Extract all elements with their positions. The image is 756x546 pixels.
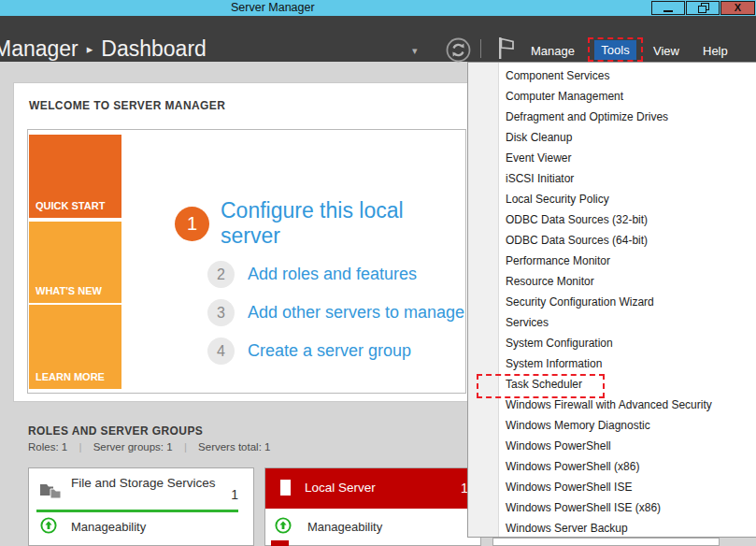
stat-divider: | xyxy=(78,441,81,453)
window-title: Server Manager xyxy=(231,1,315,14)
tools-menu-item[interactable]: iSCSI Initiator xyxy=(468,168,756,189)
titlebar: Server Manager X xyxy=(0,0,756,16)
welcome-tile: QUICK START WHAT'S NEW LEARN MORE 1 Conf… xyxy=(27,129,466,394)
tools-menu-item[interactable]: Windows Server Backup xyxy=(468,518,756,539)
notifications-flag-icon[interactable] xyxy=(495,36,516,65)
manageability-row[interactable]: Manageability xyxy=(307,520,382,534)
tools-menu-item[interactable]: Windows Firewall with Advanced Security xyxy=(468,395,756,415)
tools-menu-item[interactable]: Disk Cleanup xyxy=(468,127,756,148)
menu-manage[interactable]: Manage xyxy=(531,41,575,61)
tools-menu-item[interactable]: Services xyxy=(468,312,756,333)
tile-fragment xyxy=(492,538,720,546)
tools-menu-item[interactable]: Resource Monitor xyxy=(468,271,756,292)
tools-menu-item[interactable]: Windows PowerShell ISE (x86) xyxy=(468,497,756,518)
tools-menu-item[interactable]: Windows Memory Diagnostic xyxy=(468,415,756,436)
breadcrumb-root[interactable]: Manager xyxy=(0,36,78,61)
breadcrumb-current[interactable]: Dashboard xyxy=(101,36,207,61)
tools-menu-item[interactable]: System Information xyxy=(468,353,756,374)
tile-status-underline xyxy=(36,510,238,512)
stat-servers-label: Servers total: xyxy=(198,441,262,453)
stat-servers-value: 1 xyxy=(264,441,270,453)
menu-help[interactable]: Help xyxy=(703,41,728,61)
close-button[interactable]: X xyxy=(720,1,755,15)
tab-quick-start-label: QUICK START xyxy=(36,200,105,211)
tab-learn-more[interactable]: LEARN MORE xyxy=(29,305,121,389)
tab-learn-more-label: LEARN MORE xyxy=(36,371,105,382)
status-up-icon xyxy=(275,517,292,538)
tools-menu-item[interactable]: Component Services xyxy=(468,65,756,86)
status-up-icon xyxy=(40,517,57,538)
tools-menu-item[interactable]: Windows PowerShell (x86) xyxy=(468,456,756,477)
breadcrumb: Manager▸Dashboard xyxy=(0,36,207,62)
tools-menu-item[interactable]: Performance Monitor xyxy=(468,251,756,271)
tools-menu-item[interactable]: System Configuration xyxy=(468,333,756,353)
roles-stats: Roles: 1 | Server groups: 1 | Servers to… xyxy=(28,441,270,453)
step-2-link[interactable]: Add roles and features xyxy=(248,265,417,284)
tile-local-server[interactable]: Local Server 1 Manageability xyxy=(264,467,481,546)
tab-whats-new[interactable]: WHAT'S NEW xyxy=(29,222,121,303)
step-2-badge: 2 xyxy=(207,261,235,288)
step-1-badge: 1 xyxy=(175,207,209,241)
tile-count: 1 xyxy=(231,487,238,502)
roles-section-heading: ROLES AND SERVER GROUPS xyxy=(28,424,203,438)
welcome-heading: WELCOME TO SERVER MANAGER xyxy=(29,99,225,112)
folders-icon xyxy=(38,481,64,506)
stat-roles-value: 1 xyxy=(62,441,67,453)
local-server-header[interactable]: Local Server 1 xyxy=(265,468,480,509)
tools-dropdown-menu: Component Services Computer Management D… xyxy=(467,62,756,538)
navbar: Manager▸Dashboard ▾ Manage Tools View He… xyxy=(0,16,756,62)
tools-menu-list: Component Services Computer Management D… xyxy=(468,65,756,539)
tools-menu-item[interactable]: ODBC Data Sources (64-bit) xyxy=(468,230,756,251)
minimize-icon xyxy=(663,10,673,12)
step-1-link[interactable]: Configure this local server xyxy=(221,198,465,249)
tile-file-storage-services[interactable]: File and Storage Services 1 Manageabilit… xyxy=(28,467,254,546)
step-add-servers[interactable]: 3 Add other servers to manage xyxy=(207,299,464,326)
tools-menu-item[interactable]: Security Configuration Wizard xyxy=(468,292,756,312)
tools-menu-item[interactable]: ODBC Data Sources (32-bit) xyxy=(468,209,756,230)
stat-roles-label: Roles: xyxy=(28,441,59,453)
tools-menu-item[interactable]: Event Viewer xyxy=(468,148,756,168)
server-icon xyxy=(280,477,291,500)
close-icon: X xyxy=(735,2,741,14)
tools-menu-item[interactable]: Windows PowerShell xyxy=(468,436,756,456)
tile-title[interactable]: File and Storage Services xyxy=(71,475,221,493)
server-manager-window: Server Manager X Manager▸Dashboard ▾ xyxy=(0,0,756,546)
tools-menu-item[interactable]: Windows PowerShell ISE xyxy=(468,477,756,497)
step-3-link[interactable]: Add other servers to manage xyxy=(248,303,464,323)
menu-view[interactable]: View xyxy=(653,41,679,61)
tools-menu-item[interactable]: Task Scheduler xyxy=(468,374,756,395)
tools-menu-item[interactable]: Local Security Policy xyxy=(468,189,756,209)
tools-menu-item[interactable]: Computer Management xyxy=(468,86,756,107)
tools-menu-item[interactable]: Defragment and Optimize Drives xyxy=(468,107,756,127)
step-4-link[interactable]: Create a server group xyxy=(248,341,411,361)
stat-groups-value: 1 xyxy=(166,441,172,453)
minimize-button[interactable] xyxy=(651,1,685,15)
breadcrumb-separator-icon: ▸ xyxy=(87,42,93,56)
stat-groups-label: Server groups: xyxy=(93,441,164,453)
restore-icon xyxy=(699,5,706,11)
step-configure-local-server[interactable]: 1 Configure this local server xyxy=(175,198,465,249)
manageability-row[interactable]: Manageability xyxy=(71,520,146,534)
step-add-roles[interactable]: 2 Add roles and features xyxy=(207,261,417,288)
tools-highlight-annotation xyxy=(588,37,643,62)
maximize-button[interactable] xyxy=(686,1,720,15)
toolbar-divider xyxy=(480,39,481,58)
alert-badge xyxy=(271,540,289,546)
tab-quick-start[interactable]: QUICK START xyxy=(29,135,121,218)
tile-title[interactable]: Local Server xyxy=(305,481,376,495)
step-3-badge: 3 xyxy=(207,299,235,326)
stat-divider: | xyxy=(184,441,187,453)
tab-whats-new-label: WHAT'S NEW xyxy=(36,285,102,296)
step-create-group[interactable]: 4 Create a server group xyxy=(207,338,411,365)
chevron-down-icon[interactable]: ▾ xyxy=(412,45,418,57)
step-4-badge: 4 xyxy=(207,338,235,365)
